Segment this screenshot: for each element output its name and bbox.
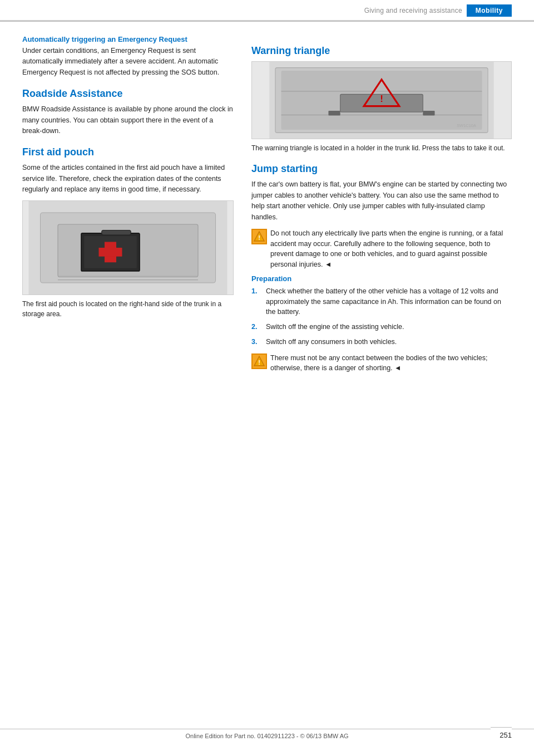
firstaid-image [22,200,234,295]
jump-start-heading: Jump starting [251,163,512,175]
firstaid-caption: The first aid pouch is located on the ri… [22,300,234,319]
footer: Online Edition for Part no. 01402911223 … [0,729,534,739]
prep-item-1: 1. Check whether the battery of the othe… [251,286,512,317]
warning-triangle-caption: The warning triangle is located in a hol… [251,144,512,153]
svg-rect-19 [423,111,434,115]
svg-text:!: ! [258,234,260,241]
main-content: Automatically triggering an Emergency Re… [0,22,534,411]
auto-trigger-body: Under certain conditions, an Emergency R… [22,46,234,78]
auto-trigger-heading: Automatically triggering an Emergency Re… [22,35,234,43]
page-container: Giving and receiving assistance Mobility… [0,0,534,756]
svg-rect-7 [102,230,131,235]
warning-box-2: ! There must not be any contact between … [251,353,512,374]
mobility-badge: Mobility [467,4,512,17]
svg-text:!: ! [380,94,383,104]
header-bar: Giving and receiving assistance Mobility [0,0,534,22]
svg-rect-18 [328,111,340,115]
warning-triangle-heading: Warning triangle [251,45,512,57]
svg-text:!: ! [258,359,260,366]
roadside-body: BMW Roadside Assistance is available by … [22,104,234,136]
prep-item-2: 2. Switch off the engine of the assistin… [251,322,512,332]
warning-text-1: Do not touch any electrically live parts… [270,228,512,270]
preparation-heading: Preparation [251,274,512,283]
prep-item-2-number: 2. [251,322,261,332]
header-section-label: Giving and receiving assistance [364,7,462,14]
right-column: Warning triangle ! [251,35,512,378]
warning-triangle-image: ! SW1C10A [251,61,512,139]
prep-item-3-text: Switch off any consumers in both vehicle… [266,337,397,347]
roadside-heading: Roadside Assistance [22,88,234,100]
warning-text-2: There must not be any contact between th… [270,353,512,374]
page-number: 251 [491,727,512,739]
jump-start-body: If the car's own battery is flat, your B… [251,179,512,223]
footer-text: Online Edition for Part no. 01402911223 … [185,733,348,739]
warning-box-1: ! Do not touch any electrically live par… [251,228,512,270]
svg-text:SW1C10A: SW1C10A [457,123,476,128]
firstaid-body: Some of the articles contained in the fi… [22,163,234,195]
prep-item-1-number: 1. [251,286,261,317]
prep-item-2-text: Switch off the engine of the assisting v… [266,322,404,332]
firstaid-heading: First aid pouch [22,146,234,158]
left-column: Automatically triggering an Emergency Re… [22,35,234,378]
preparation-list: 1. Check whether the battery of the othe… [251,286,512,347]
warning-icon-1: ! [251,229,267,244]
warning-icon-2: ! [251,354,267,369]
svg-rect-6 [99,248,122,257]
prep-item-1-text: Check whether the battery of the other v… [266,286,512,317]
prep-item-3-number: 3. [251,337,261,347]
prep-item-3: 3. Switch off any consumers in both vehi… [251,337,512,347]
